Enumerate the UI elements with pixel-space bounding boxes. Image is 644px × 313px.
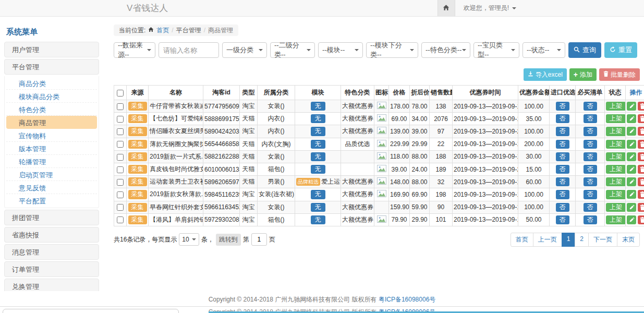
edit-button[interactable]	[627, 203, 636, 212]
sidebar-item[interactable]: 商品分类	[6, 77, 97, 90]
bulk-delete-button[interactable]: 批量删除	[599, 68, 640, 81]
edit-button[interactable]	[627, 127, 636, 136]
status-toggle[interactable]: 上架	[606, 102, 626, 111]
import-excel-button[interactable]: 导入excel	[524, 68, 567, 81]
filter-select[interactable]: --模块--	[318, 42, 363, 58]
delete-button[interactable]	[638, 165, 644, 174]
sidebar-group[interactable]: 拼团管理	[4, 210, 99, 225]
edit-button[interactable]	[627, 140, 636, 149]
import-select-toggle[interactable]: 否	[556, 127, 569, 136]
import-select-toggle[interactable]: 否	[556, 165, 569, 174]
status-toggle[interactable]: 上架	[606, 165, 626, 174]
sidebar-item[interactable]: 启动页管理	[6, 168, 97, 181]
delete-button[interactable]	[638, 203, 644, 212]
row-checkbox[interactable]	[117, 141, 124, 148]
status-toggle[interactable]: 上架	[606, 177, 626, 186]
import-select-toggle[interactable]: 否	[556, 152, 569, 161]
filter-select[interactable]: --数据来源--	[114, 42, 155, 58]
select-all-checkbox[interactable]	[117, 90, 124, 97]
sidebar-item[interactable]: 模块商品分类	[6, 90, 97, 103]
row-checkbox[interactable]	[117, 204, 124, 211]
sidebar-item[interactable]: 宣传物料	[6, 129, 97, 142]
status-toggle[interactable]: 上架	[606, 114, 626, 123]
pager-next[interactable]: 下一页	[588, 233, 617, 247]
sidebar-group[interactable]: 平台管理	[4, 59, 99, 75]
delete-button[interactable]	[638, 127, 644, 136]
jump-page-input[interactable]	[251, 233, 267, 246]
sidebar-group[interactable]: 订单管理	[4, 261, 99, 277]
edit-button[interactable]	[627, 215, 636, 224]
delete-button[interactable]	[638, 102, 644, 111]
search-button[interactable]: 查询	[568, 42, 601, 58]
row-checkbox[interactable]	[117, 191, 124, 198]
edit-button[interactable]	[627, 190, 636, 199]
must-buy-toggle[interactable]: 否	[584, 190, 597, 199]
sidebar-item[interactable]: 商品管理	[6, 116, 97, 129]
row-checkbox[interactable]	[117, 166, 124, 173]
add-button[interactable]: + 添加	[569, 68, 597, 81]
edit-button[interactable]	[627, 114, 636, 123]
delete-button[interactable]	[638, 177, 644, 186]
per-page-select[interactable]: 10	[179, 233, 199, 246]
row-checkbox[interactable]	[117, 179, 124, 186]
edit-button[interactable]	[627, 165, 636, 174]
import-select-toggle[interactable]: 否	[556, 203, 569, 212]
import-select-toggle[interactable]: 否	[556, 140, 569, 149]
filter-select[interactable]: --模块下分类--	[366, 42, 418, 58]
edit-button[interactable]	[627, 177, 636, 186]
user-menu[interactable]: 欢迎您，管理员!	[464, 4, 516, 13]
jump-button[interactable]: 跳转到	[216, 234, 241, 246]
pager-first[interactable]: 首页	[511, 233, 533, 247]
home-button[interactable]	[438, 0, 455, 16]
row-checkbox[interactable]	[117, 128, 124, 135]
import-select-toggle[interactable]: 否	[556, 190, 569, 199]
breadcrumb-home-link[interactable]: 首页	[156, 26, 169, 35]
import-select-toggle[interactable]: 否	[556, 114, 569, 123]
pager-last[interactable]: 末页	[617, 233, 640, 247]
import-select-toggle[interactable]: 否	[556, 215, 569, 224]
must-buy-toggle[interactable]: 否	[584, 177, 597, 186]
row-checkbox[interactable]	[117, 216, 124, 223]
status-toggle[interactable]: 上架	[606, 127, 626, 136]
sidebar-item[interactable]: 特色分类	[6, 103, 97, 116]
icp-link[interactable]: 粤ICP备16098006号	[379, 296, 435, 303]
filter-select[interactable]: 一级分类	[222, 42, 267, 58]
import-select-toggle[interactable]: 否	[556, 177, 569, 186]
name-search-input[interactable]	[159, 42, 219, 58]
delete-button[interactable]	[638, 114, 644, 123]
status-toggle[interactable]: 上架	[606, 203, 626, 212]
sidebar-item[interactable]: 平台配置	[6, 194, 97, 207]
sidebar-item[interactable]: 轮播管理	[6, 155, 97, 168]
sidebar-group[interactable]: 兑换管理	[4, 279, 99, 291]
sidebar-group[interactable]: 省惠快报	[4, 227, 99, 243]
row-checkbox[interactable]	[117, 154, 124, 161]
sidebar-group[interactable]: 用户管理	[4, 42, 99, 57]
must-buy-toggle[interactable]: 否	[584, 203, 597, 212]
pager-page[interactable]: 1	[562, 233, 576, 247]
reset-button[interactable]: 重置	[604, 42, 637, 58]
must-buy-toggle[interactable]: 否	[584, 215, 597, 224]
import-select-toggle[interactable]: 否	[556, 102, 569, 111]
sidebar-item[interactable]: 版本管理	[6, 142, 97, 155]
sidebar-group[interactable]: 消息管理	[4, 244, 99, 260]
filter-select[interactable]: --宝贝类型--	[473, 42, 519, 58]
sidebar-item[interactable]: 意见反馈	[6, 181, 97, 194]
row-checkbox[interactable]	[117, 116, 124, 123]
edit-button[interactable]	[627, 152, 636, 161]
pager-page[interactable]: 2	[575, 233, 589, 247]
must-buy-toggle[interactable]: 否	[584, 102, 597, 111]
filter-select[interactable]: --特色分类--	[421, 42, 470, 58]
must-buy-toggle[interactable]: 否	[584, 140, 597, 149]
row-checkbox[interactable]	[117, 103, 124, 110]
status-toggle[interactable]: 上架	[606, 190, 626, 199]
status-toggle[interactable]: 上架	[606, 215, 626, 224]
delete-button[interactable]	[638, 215, 644, 224]
status-toggle[interactable]: 上架	[606, 140, 626, 149]
filter-select[interactable]: --二级分类--	[270, 42, 315, 58]
edit-button[interactable]	[627, 102, 636, 111]
must-buy-toggle[interactable]: 否	[584, 152, 597, 161]
status-toggle[interactable]: 上架	[606, 152, 626, 161]
must-buy-toggle[interactable]: 否	[584, 127, 597, 136]
pager-prev[interactable]: 上一页	[533, 233, 562, 247]
delete-button[interactable]	[638, 140, 644, 149]
